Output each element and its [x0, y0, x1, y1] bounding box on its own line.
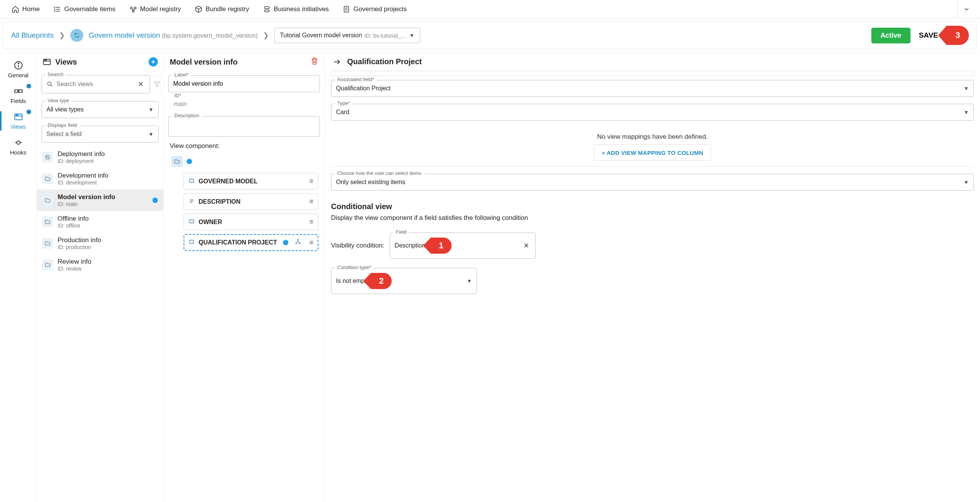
- chevron-down-icon: [963, 6, 970, 13]
- viewtype-value: All view types: [46, 106, 84, 113]
- right-header: Qualification Project: [331, 53, 974, 71]
- drag-handle-icon[interactable]: ≡: [309, 177, 313, 185]
- visibility-field-value: Description: [395, 242, 425, 249]
- select-mode-select[interactable]: Only select existing items ▼: [331, 174, 974, 191]
- nav-expand[interactable]: [957, 0, 975, 18]
- clear-search-icon[interactable]: ✕: [136, 80, 145, 88]
- tree-icon: [295, 238, 301, 247]
- visibility-label: Visibility condition:: [331, 242, 384, 249]
- right-title: Qualification Project: [347, 57, 422, 66]
- view-item-production[interactable]: Production infoID: production: [37, 233, 163, 254]
- breadcrumb-bp[interactable]: Govern model version (bp.system.govern_m…: [89, 31, 258, 40]
- add-view-button[interactable]: +: [149, 57, 158, 66]
- search-legend: Search: [45, 71, 66, 77]
- views-header-icon: [42, 57, 51, 66]
- svg-rect-44: [190, 240, 194, 243]
- view-item-deployment[interactable]: Deployment infoID: deployment: [37, 146, 163, 168]
- view-item-main[interactable]: Model version infoID: main: [37, 189, 163, 211]
- search-input[interactable]: [56, 81, 133, 88]
- svg-point-26: [16, 115, 17, 115]
- breadcrumb-root[interactable]: All Blueprints: [11, 31, 54, 40]
- nav-bundle-registry[interactable]: Bundle registry: [188, 0, 256, 18]
- search-input-wrap: ✕: [41, 75, 150, 93]
- clear-field-icon[interactable]: ✕: [522, 241, 531, 250]
- document-icon: [343, 5, 350, 13]
- callout-3: 3: [947, 26, 969, 45]
- drag-handle-icon[interactable]: ≡: [309, 198, 313, 206]
- delete-button[interactable]: [311, 57, 318, 67]
- tab-hooks[interactable]: Hooks: [0, 134, 36, 160]
- active-button[interactable]: Active: [871, 28, 910, 43]
- component-qualification-project[interactable]: QUALIFICATION PROJECT ≡: [184, 234, 318, 251]
- tab-fields[interactable]: Fields: [0, 82, 36, 108]
- breadcrumb-bar: All Blueprints ❯ Govern model version (b…: [3, 22, 977, 49]
- view-item-sub: ID: review: [58, 266, 91, 272]
- modified-dot-icon: [283, 240, 288, 245]
- nav-model-label: Model registry: [140, 5, 181, 13]
- search-icon: [46, 81, 53, 88]
- nav-business-initiatives[interactable]: Business initiatives: [256, 0, 336, 18]
- modified-dot-icon: [187, 159, 192, 164]
- nav-model-registry[interactable]: Model registry: [122, 0, 188, 18]
- view-item-offline[interactable]: Offline infoID: offline: [37, 211, 163, 233]
- condtype-legend: Condition type*: [335, 264, 373, 270]
- type-legend: Type*: [335, 100, 352, 106]
- main-layout: General Fields Views Hooks Views + Searc…: [0, 52, 980, 502]
- drag-handle-icon[interactable]: ≡: [309, 239, 313, 247]
- folder-icon: [42, 195, 53, 206]
- component-owner[interactable]: OWNER ≡: [184, 214, 318, 230]
- trash-icon: [311, 57, 318, 65]
- center-title: Model version info: [170, 58, 238, 66]
- tab-hooks-label: Hooks: [10, 149, 26, 156]
- assoc-field-select[interactable]: Qualification Project ▼: [331, 80, 974, 97]
- nav-governed-projects[interactable]: Governed projects: [336, 0, 414, 18]
- nav-business-label: Business initiatives: [274, 5, 329, 13]
- folder-icon: [42, 259, 53, 270]
- collapsed-field-stub: [331, 71, 974, 76]
- tab-views-label: Views: [11, 123, 26, 130]
- svg-line-17: [75, 33, 76, 35]
- assoc-value: Qualification Project: [336, 85, 391, 92]
- nav-governable-items[interactable]: Governable items: [46, 0, 122, 18]
- desc-input[interactable]: [173, 123, 315, 130]
- caret-down-icon: ▼: [467, 278, 472, 284]
- divider: [331, 166, 974, 167]
- drag-handle-icon[interactable]: ≡: [309, 218, 313, 226]
- condition-type-select[interactable]: Is not empty 2 ▼: [331, 268, 477, 294]
- view-item-review[interactable]: Review infoID: review: [37, 254, 163, 276]
- desc-input-wrap: [168, 116, 320, 137]
- fields-icon: [13, 86, 23, 96]
- add-view-mapping-button[interactable]: + ADD VIEW MAPPING TO COLUMN: [594, 145, 712, 161]
- type-value: Card: [336, 109, 349, 116]
- svg-point-46: [296, 243, 297, 244]
- svg-point-45: [298, 239, 299, 240]
- hooks-icon: [13, 138, 23, 148]
- component-root[interactable]: [170, 154, 318, 169]
- component-label: QUALIFICATION PROJECT: [199, 239, 277, 246]
- component-description[interactable]: DESCRIPTION ≡: [184, 193, 318, 210]
- tab-fields-label: Fields: [10, 98, 26, 104]
- arrow-right-icon: [333, 58, 341, 66]
- select-legend: Choose how the user can select items: [335, 170, 424, 176]
- empty-icon: [42, 152, 53, 163]
- visibility-field-select[interactable]: Description 1 ✕: [390, 233, 536, 259]
- nav-home[interactable]: Home: [5, 0, 46, 18]
- label-input[interactable]: [173, 80, 315, 87]
- viewtype-select[interactable]: All view types ▼: [41, 101, 159, 118]
- displays-select[interactable]: Select a field ▼: [41, 126, 159, 143]
- type-select[interactable]: Card ▼: [331, 104, 974, 121]
- nav-governable-label: Governable items: [64, 5, 115, 13]
- view-item-title: Model version info: [58, 193, 115, 201]
- view-item-sub: ID: offline: [58, 223, 89, 229]
- component-governed-model[interactable]: GOVERNED MODEL ≡: [184, 173, 318, 189]
- svg-point-3: [55, 7, 55, 8]
- view-component-label: View component:: [164, 141, 324, 154]
- filter-button[interactable]: [153, 76, 161, 93]
- tab-general[interactable]: General: [0, 57, 36, 82]
- label-input-wrap: [168, 75, 320, 92]
- version-select[interactable]: Tutorial Govern model version ID: bv.tut…: [274, 28, 420, 43]
- tab-views[interactable]: Views: [0, 108, 36, 134]
- folder-icon: [42, 238, 53, 249]
- view-item-development[interactable]: Development infoID: development: [37, 168, 163, 189]
- save-button[interactable]: SAVE: [916, 27, 941, 43]
